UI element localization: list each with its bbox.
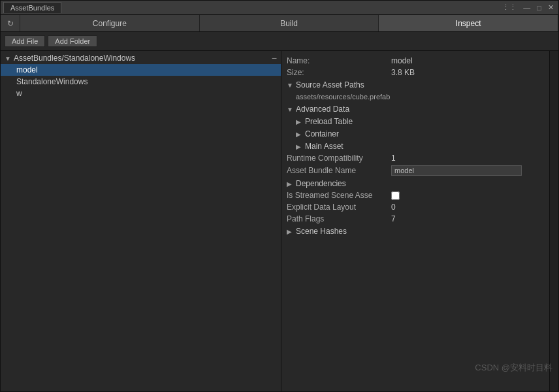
tree-item-standalonewindows[interactable]: StandaloneWindows — [1, 76, 281, 88]
container-header[interactable]: ▶ Container — [296, 127, 544, 140]
tree-item-w[interactable]: w — [1, 88, 281, 99]
title-bar: AssetBundles ⋮⋮ — □ ✕ — [1, 1, 558, 15]
scene-hashes-label: Scene Hashes — [296, 227, 347, 236]
tree-root-label: AssetBundles/StandaloneWindows — [14, 54, 135, 63]
path-flags-row: Path Flags 7 — [287, 213, 544, 225]
tree-root-item[interactable]: ▼ AssetBundles/StandaloneWindows − — [1, 52, 281, 64]
size-row: Size: 3.8 KB — [287, 67, 544, 78]
minimize-button[interactable]: — — [521, 4, 532, 12]
dependencies-header[interactable]: ▶ Dependencies — [287, 177, 544, 189]
size-value: 3.8 KB — [391, 68, 544, 77]
tree-item-w-label: w — [16, 89, 22, 98]
maximize-button[interactable]: □ — [535, 4, 543, 12]
left-panel: ▼ AssetBundles/StandaloneWindows − model… — [1, 51, 281, 391]
advanced-data-header[interactable]: ▼ Advanced Data — [287, 103, 544, 115]
dependencies-label: Dependencies — [296, 179, 346, 188]
action-bar: Add File Add Folder — [1, 32, 558, 51]
scene-hashes-header[interactable]: ▶ Scene Hashes — [287, 225, 544, 237]
streamed-scene-row: Is Streamed Scene Asse — [287, 189, 544, 201]
tab-build[interactable]: Build — [200, 15, 379, 31]
runtime-compat-label: Runtime Compatibility — [287, 154, 391, 163]
explicit-layout-row: Explicit Data Layout 0 — [287, 201, 544, 213]
source-asset-paths-content: assets/resources/cube.prefab — [287, 91, 544, 103]
asset-bundle-name-input[interactable] — [391, 165, 522, 176]
preload-table-header[interactable]: ▶ Preload Table — [296, 115, 544, 127]
main-asset-header[interactable]: ▶ Main Asset — [296, 140, 544, 152]
main-window: AssetBundles ⋮⋮ — □ ✕ ↻ Configure Build … — [0, 0, 559, 392]
preload-table-label: Preload Table — [305, 117, 353, 126]
advanced-data-content: ▶ Preload Table ▶ Container ▶ Main Asset — [287, 115, 544, 152]
collapse-button[interactable]: − — [272, 54, 277, 63]
tab-bar: ↻ Configure Build Inspect — [1, 15, 558, 32]
window-controls: ⋮⋮ — □ ✕ — [500, 3, 556, 12]
add-file-button[interactable]: Add File — [5, 35, 45, 47]
streamed-scene-label: Is Streamed Scene Asse — [287, 191, 391, 200]
container-label: Container — [305, 129, 339, 139]
tab-inspect[interactable]: Inspect — [379, 15, 558, 31]
asset-bundle-name-label: Asset Bundle Name — [287, 166, 391, 175]
window-title: AssetBundles — [3, 2, 61, 13]
path-flags-value: 7 — [391, 214, 544, 223]
asset-path-row: assets/resources/cube.prefab — [296, 91, 544, 103]
expand-arrow-icon: ▼ — [5, 55, 11, 62]
dependencies-arrow-icon: ▶ — [287, 180, 293, 188]
right-panel: Name: model Size: 3.8 KB ▼ Source Asset … — [281, 51, 549, 391]
add-folder-button[interactable]: Add Folder — [48, 35, 97, 47]
advanced-arrow-icon: ▼ — [287, 106, 293, 113]
main-asset-label: Main Asset — [305, 142, 343, 151]
asset-bundle-name-row: Asset Bundle Name — [287, 164, 544, 177]
refresh-button[interactable]: ↻ — [1, 15, 20, 31]
close-button[interactable]: ✕ — [546, 3, 556, 12]
advanced-data-label: Advanced Data — [296, 105, 349, 114]
explicit-layout-value: 0 — [391, 203, 544, 212]
name-row: Name: model — [287, 55, 544, 67]
right-scroll-wrapper: Name: model Size: 3.8 KB ▼ Source Asset … — [281, 51, 558, 391]
size-label: Size: — [287, 68, 391, 77]
refresh-icon: ↻ — [7, 19, 14, 28]
main-asset-arrow-icon: ▶ — [296, 143, 302, 150]
tree-item-standalonewindows-label: StandaloneWindows — [16, 77, 88, 86]
runtime-compat-value: 1 — [391, 154, 544, 163]
name-value: model — [391, 56, 544, 65]
source-arrow-icon: ▼ — [287, 82, 293, 89]
name-label: Name: — [287, 56, 391, 65]
menu-icon[interactable]: ⋮⋮ — [500, 3, 519, 12]
explicit-layout-label: Explicit Data Layout — [287, 203, 391, 212]
preload-arrow-icon: ▶ — [296, 118, 302, 125]
asset-path-value: assets/resources/cube.prefab — [296, 93, 544, 101]
scene-hashes-arrow-icon: ▶ — [287, 228, 293, 235]
tab-configure[interactable]: Configure — [20, 15, 200, 31]
scrollbar[interactable] — [549, 51, 558, 391]
runtime-compat-row: Runtime Compatibility 1 — [287, 152, 544, 164]
source-asset-paths-header[interactable]: ▼ Source Asset Paths — [287, 78, 544, 91]
streamed-scene-checkbox[interactable] — [391, 191, 400, 200]
tree-item-model-label: model — [16, 65, 38, 74]
main-content: ▼ AssetBundles/StandaloneWindows − model… — [1, 51, 558, 391]
container-arrow-icon: ▶ — [296, 131, 302, 138]
path-flags-label: Path Flags — [287, 214, 391, 223]
source-asset-paths-label: Source Asset Paths — [296, 80, 364, 90]
tree-item-model[interactable]: model — [1, 64, 281, 76]
